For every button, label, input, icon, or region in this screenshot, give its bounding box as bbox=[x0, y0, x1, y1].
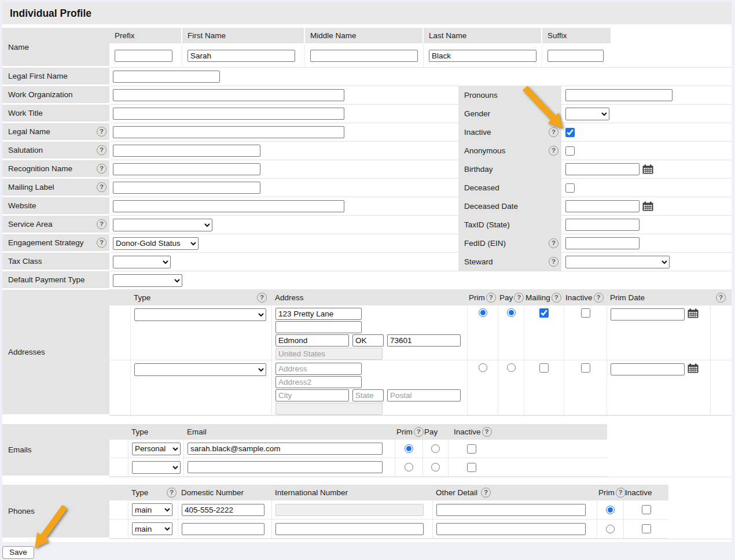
first-name-input[interactable] bbox=[188, 50, 295, 62]
other-detail-input[interactable] bbox=[436, 504, 586, 516]
fedid-ein-label: FedID (EIN)? bbox=[458, 234, 561, 252]
phone-type-select[interactable]: main bbox=[132, 522, 172, 535]
legal-first-name-input[interactable] bbox=[113, 71, 220, 83]
email-input[interactable] bbox=[188, 461, 383, 473]
address-prim-date-input[interactable] bbox=[611, 363, 685, 375]
anonymous-checkbox[interactable] bbox=[565, 146, 575, 156]
deceased-date-input[interactable] bbox=[565, 200, 640, 212]
salutation-input[interactable] bbox=[113, 145, 260, 157]
calendar-icon[interactable] bbox=[688, 363, 699, 373]
email-pay-radio[interactable] bbox=[431, 444, 440, 453]
phone-type-select[interactable]: main bbox=[132, 503, 172, 516]
email-prim-radio[interactable] bbox=[405, 444, 413, 453]
domestic-number-input[interactable] bbox=[182, 523, 264, 535]
service-area-select[interactable] bbox=[113, 219, 212, 231]
calendar-icon[interactable] bbox=[642, 164, 653, 174]
help-icon[interactable]: ? bbox=[514, 293, 524, 303]
save-button[interactable]: Save bbox=[2, 546, 34, 559]
email-row: Personal bbox=[109, 440, 607, 458]
address-pay-radio[interactable] bbox=[507, 363, 516, 372]
legal-name-input[interactable] bbox=[113, 126, 344, 138]
fedid-ein-input[interactable] bbox=[565, 237, 640, 249]
address-mailing-checkbox[interactable] bbox=[539, 363, 549, 373]
help-icon[interactable]: ? bbox=[549, 238, 558, 248]
gender-select[interactable] bbox=[565, 108, 609, 120]
email-prim-radio[interactable] bbox=[405, 463, 413, 471]
international-number-input[interactable] bbox=[275, 523, 424, 535]
address-pay-radio[interactable] bbox=[507, 308, 516, 317]
address-type-select[interactable] bbox=[134, 363, 266, 376]
engagement-strategy-select[interactable]: Donor-Gold Status bbox=[113, 237, 199, 250]
help-icon[interactable]: ? bbox=[97, 238, 106, 248]
help-icon[interactable]: ? bbox=[482, 427, 492, 437]
address1-input[interactable] bbox=[275, 308, 362, 320]
address2-input[interactable] bbox=[275, 321, 362, 333]
help-icon[interactable]: ? bbox=[481, 488, 491, 498]
email-pay-radio[interactable] bbox=[431, 463, 440, 471]
phone-inactive-checkbox[interactable] bbox=[642, 505, 651, 514]
help-icon[interactable]: ? bbox=[549, 146, 558, 156]
state-input[interactable] bbox=[352, 389, 384, 401]
tax-class-select[interactable] bbox=[113, 256, 171, 268]
phone-prim-radio[interactable] bbox=[606, 506, 615, 514]
state-input[interactable] bbox=[352, 334, 384, 347]
middle-name-input[interactable] bbox=[310, 50, 418, 62]
help-icon[interactable]: ? bbox=[549, 127, 558, 137]
website-input[interactable] bbox=[113, 200, 344, 212]
address-prim-radio[interactable] bbox=[479, 363, 487, 372]
city-input[interactable] bbox=[275, 334, 349, 347]
address-inactive-checkbox[interactable] bbox=[581, 363, 590, 373]
address-mailing-checkbox[interactable] bbox=[539, 308, 549, 318]
addresses-header: Type? Address Prim? Pay? Mailing? Inacti… bbox=[109, 290, 732, 305]
birthday-input[interactable] bbox=[565, 163, 640, 175]
email-inactive-checkbox[interactable] bbox=[467, 444, 476, 454]
help-icon[interactable]: ? bbox=[97, 127, 106, 137]
postal-input[interactable] bbox=[387, 389, 461, 401]
taxid-state-input[interactable] bbox=[565, 219, 640, 231]
deceased-checkbox[interactable] bbox=[565, 183, 575, 193]
help-icon[interactable]: ? bbox=[549, 257, 558, 267]
pronouns-input[interactable] bbox=[565, 89, 672, 101]
prefix-input[interactable] bbox=[115, 50, 172, 62]
help-icon[interactable]: ? bbox=[97, 145, 106, 155]
last-name-input[interactable] bbox=[429, 50, 536, 62]
default-payment-type-select[interactable] bbox=[113, 274, 182, 287]
calendar-icon[interactable] bbox=[688, 308, 699, 318]
inactive-checkbox[interactable] bbox=[565, 128, 575, 137]
email-type-select[interactable]: Personal bbox=[132, 443, 181, 455]
steward-select[interactable] bbox=[565, 256, 670, 268]
help-icon[interactable]: ? bbox=[97, 164, 106, 174]
other-detail-input[interactable] bbox=[436, 523, 586, 535]
recognition-name-input[interactable] bbox=[113, 163, 260, 175]
help-icon[interactable]: ? bbox=[552, 293, 561, 303]
work-organization-input[interactable] bbox=[113, 89, 344, 101]
address-prim-radio[interactable] bbox=[479, 308, 487, 317]
work-title-input[interactable] bbox=[113, 108, 344, 120]
help-icon[interactable]: ? bbox=[486, 293, 496, 303]
middle-name-header: Middle Name bbox=[305, 28, 424, 43]
suffix-input[interactable] bbox=[547, 50, 604, 62]
legal-first-name-label: Legal First Name bbox=[2, 68, 109, 86]
help-icon[interactable]: ? bbox=[97, 219, 106, 229]
help-icon[interactable]: ? bbox=[97, 182, 106, 192]
phone-prim-radio[interactable] bbox=[606, 525, 615, 533]
help-icon[interactable]: ? bbox=[716, 293, 726, 303]
postal-input[interactable] bbox=[387, 334, 461, 347]
address-prim-date-input[interactable] bbox=[611, 308, 685, 320]
email-input[interactable] bbox=[188, 443, 383, 455]
help-icon[interactable]: ? bbox=[594, 293, 604, 303]
domestic-number-input[interactable] bbox=[182, 504, 264, 516]
phone-inactive-checkbox[interactable] bbox=[642, 524, 651, 533]
city-input[interactable] bbox=[275, 389, 349, 401]
anonymous-label: Anonymous? bbox=[458, 142, 561, 160]
address2-input[interactable] bbox=[275, 376, 362, 388]
mailing-label-input[interactable] bbox=[113, 182, 260, 194]
address-inactive-checkbox[interactable] bbox=[581, 308, 590, 318]
email-type-select[interactable] bbox=[132, 461, 181, 474]
help-icon[interactable]: ? bbox=[257, 293, 267, 303]
calendar-icon[interactable] bbox=[642, 201, 653, 211]
help-icon[interactable]: ? bbox=[167, 488, 177, 498]
address1-input[interactable] bbox=[275, 363, 362, 375]
address-type-select[interactable] bbox=[134, 308, 266, 321]
email-inactive-checkbox[interactable] bbox=[467, 463, 476, 472]
